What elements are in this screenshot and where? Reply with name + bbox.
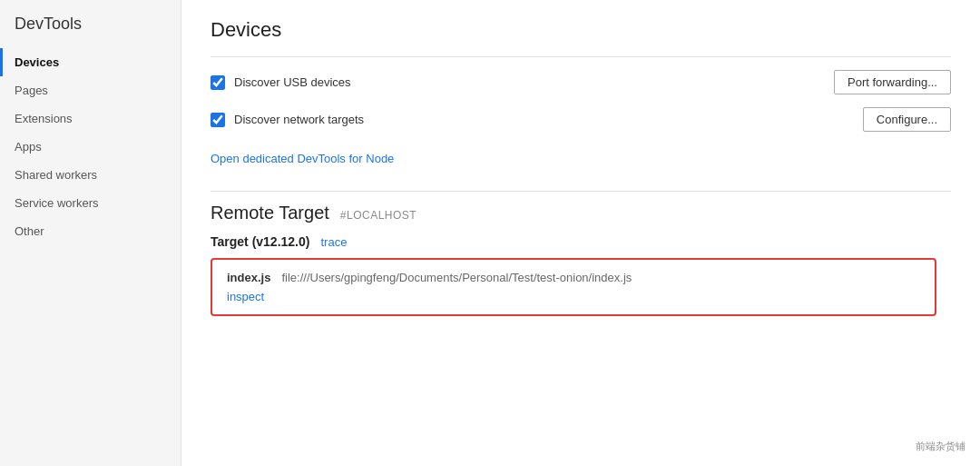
top-divider: [211, 56, 951, 57]
target-card: index.js file:///Users/gpingfeng/Documen…: [211, 258, 936, 316]
sidebar: DevTools Devices Pages Extensions Apps S…: [0, 0, 181, 466]
trace-link[interactable]: trace: [320, 235, 347, 249]
target-card-top: index.js file:///Users/gpingfeng/Documen…: [227, 271, 920, 284]
sidebar-item-pages[interactable]: Pages: [0, 76, 181, 104]
target-row: Target (v12.12.0) trace: [211, 234, 951, 249]
configure-button[interactable]: Configure...: [863, 107, 951, 132]
remote-target-title: Remote Target: [211, 203, 329, 223]
discover-usb-row: Discover USB devices Port forwarding...: [211, 70, 951, 94]
remote-target-subtitle: #LOCALHOST: [340, 209, 416, 222]
sidebar-item-devices[interactable]: Devices: [0, 48, 181, 76]
discover-network-label: Discover network targets: [234, 113, 364, 126]
sidebar-title: DevTools: [0, 15, 181, 48]
watermark: 前端杂货铺: [912, 438, 969, 455]
port-forwarding-button[interactable]: Port forwarding...: [834, 70, 951, 94]
remote-target-header: Remote Target #LOCALHOST: [211, 203, 951, 223]
middle-divider: [211, 191, 951, 192]
discover-network-check-area: Discover network targets: [211, 113, 852, 127]
discover-usb-check-area: Discover USB devices: [211, 75, 823, 90]
inspect-link[interactable]: inspect: [227, 290, 920, 303]
target-name: Target (v12.12.0): [211, 234, 309, 249]
sidebar-item-service-workers[interactable]: Service workers: [0, 189, 181, 217]
discover-usb-label: Discover USB devices: [234, 75, 351, 89]
sidebar-item-apps[interactable]: Apps: [0, 133, 181, 161]
sidebar-item-shared-workers[interactable]: Shared workers: [0, 161, 181, 189]
sidebar-item-other[interactable]: Other: [0, 217, 181, 245]
main-content: Devices Discover USB devices Port forwar…: [181, 0, 980, 466]
page-title: Devices: [211, 18, 951, 42]
sidebar-item-extensions[interactable]: Extensions: [0, 104, 181, 133]
node-devtools-link[interactable]: Open dedicated DevTools for Node: [211, 152, 394, 165]
discover-usb-checkbox[interactable]: [211, 75, 225, 90]
target-file-name: index.js: [227, 271, 270, 284]
target-file-path: file:///Users/gpingfeng/Documents/Person…: [281, 271, 632, 284]
discover-network-checkbox[interactable]: [211, 113, 225, 127]
discover-network-row: Discover network targets Configure...: [211, 107, 951, 132]
